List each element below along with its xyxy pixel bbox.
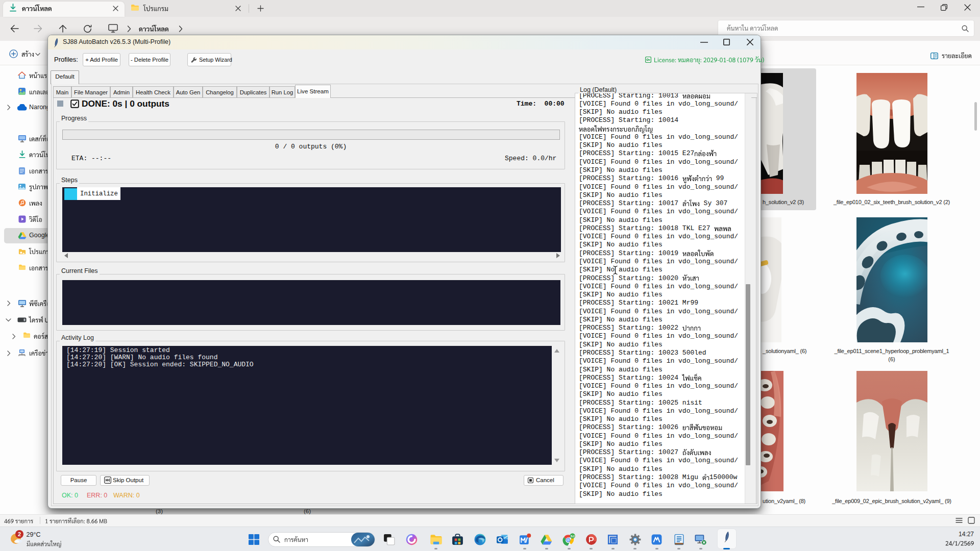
svg-text:2: 2 bbox=[18, 531, 21, 537]
svg-text:SJ: SJ bbox=[571, 534, 575, 538]
